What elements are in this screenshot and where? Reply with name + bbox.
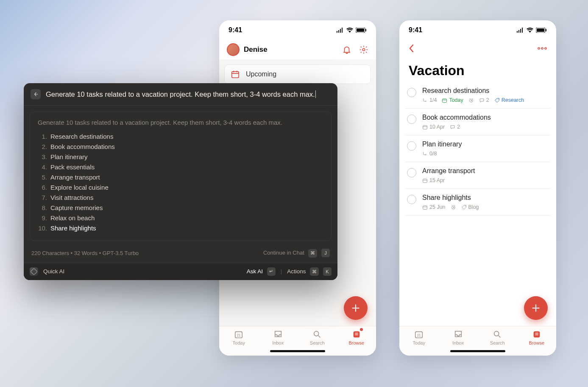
task-row[interactable]: Research destinations 1/4Today2Research	[405, 82, 550, 109]
svg-point-12	[538, 48, 540, 49]
tab-today[interactable]: 21 Today	[226, 330, 251, 345]
list-number: 9.	[38, 214, 47, 222]
svg-rect-19	[423, 179, 427, 182]
svg-rect-2	[365, 29, 366, 31]
wifi-icon	[346, 28, 353, 33]
text-cursor	[315, 90, 316, 98]
actions-button[interactable]: Actions ⌘ K	[287, 267, 332, 276]
list-number: 10.	[38, 224, 47, 232]
status-time: 9:41	[409, 26, 422, 34]
tab-search[interactable]: Search	[304, 330, 330, 345]
tab-today-label: Today	[233, 340, 245, 345]
today-icon: 21	[234, 330, 243, 339]
task-meta: 15 Apr	[422, 177, 549, 183]
palette-item[interactable]: 7.Visit attractions	[38, 192, 323, 202]
task-checkbox[interactable]	[407, 88, 416, 97]
upcoming-card[interactable]: Upcoming	[224, 64, 371, 84]
svg-rect-10	[537, 28, 544, 32]
task-row[interactable]: Plan itinerary 0/8	[405, 135, 550, 162]
list-text: Share highlights	[50, 224, 96, 232]
upcoming-label: Upcoming	[246, 70, 276, 78]
palette-item[interactable]: 3.Plan itinerary	[38, 151, 323, 162]
home-indicator	[450, 350, 505, 352]
calendar-mini-icon	[442, 98, 447, 103]
svg-rect-4	[232, 72, 239, 78]
cellular-icon	[516, 28, 524, 33]
palette-item[interactable]: 2.Book accommodations	[38, 141, 323, 151]
list-number: 6.	[38, 184, 47, 191]
palette-back-button[interactable]	[31, 89, 41, 99]
task-checkbox[interactable]	[407, 115, 416, 124]
ask-ai-button[interactable]: Ask AI ↵	[247, 267, 276, 276]
task-title: Arrange transport	[422, 167, 549, 175]
task-checkbox[interactable]	[407, 168, 416, 177]
list-number: 1.	[38, 133, 47, 140]
gear-icon[interactable]	[359, 45, 368, 54]
palette-item[interactable]: 1.Research destinations	[38, 131, 323, 141]
comment-icon	[479, 98, 485, 103]
palette-item[interactable]: 4.Pack essentials	[38, 162, 323, 172]
task-comments: 2	[479, 97, 489, 103]
task-comments: 2	[450, 124, 460, 130]
user-name: Denise	[244, 45, 268, 54]
palette-input-row: Generate 10 tasks related to a vacation …	[24, 83, 337, 106]
task-row[interactable]: Share highlights 25 JunBlog	[405, 189, 550, 216]
palette-item[interactable]: 8.Capture memories	[38, 202, 323, 213]
list-text: Capture memories	[50, 204, 103, 211]
tab-bar: 21 Today Inbox Search Browse	[399, 326, 556, 356]
fab-add[interactable]	[344, 296, 368, 320]
subtask-icon	[422, 151, 428, 157]
search-icon	[493, 330, 502, 339]
bell-icon[interactable]	[342, 45, 351, 54]
palette-footer: Quick AI Ask AI ↵ | Actions ⌘ K	[24, 263, 337, 280]
continue-label: Continue in Chat	[263, 250, 304, 256]
tab-browse[interactable]: Browse	[524, 330, 549, 345]
task-meta: 25 JunBlog	[422, 204, 549, 210]
svg-point-3	[362, 48, 365, 51]
palette-item[interactable]: 9.Relax on beach	[38, 213, 323, 223]
fab-add[interactable]	[524, 296, 548, 320]
calendar-mini-icon	[422, 178, 428, 183]
home-header: Denise	[219, 40, 376, 59]
palette-input[interactable]: Generate 10 tasks related to a vacation …	[46, 90, 331, 98]
palette-result-box: Generate 10 tasks related to a vacation …	[30, 112, 332, 241]
tab-inbox[interactable]: Inbox	[446, 330, 471, 345]
task-meta: 0/8	[422, 151, 549, 157]
palette-meta-row: 220 Characters • 32 Words • GPT-3.5 Turb…	[24, 244, 337, 263]
status-bar: 9:41	[399, 20, 556, 40]
cellular-icon	[336, 28, 344, 33]
actions-label: Actions	[287, 268, 306, 275]
palette-item[interactable]: 6.Explore local cuisine	[38, 182, 323, 192]
key-j: J	[321, 249, 330, 257]
task-row[interactable]: Book accommodations 10 Apr2	[405, 109, 550, 135]
status-signals	[336, 28, 367, 33]
tab-browse-label: Browse	[348, 340, 364, 345]
task-checkbox[interactable]	[407, 141, 416, 151]
inbox-icon	[454, 330, 463, 339]
list-number: 5.	[38, 174, 47, 181]
key-enter: ↵	[267, 267, 276, 276]
list-text: Relax on beach	[50, 214, 95, 222]
tab-today[interactable]: 21 Today	[406, 330, 432, 345]
continue-in-chat[interactable]: Continue in Chat ⌘ J	[263, 249, 330, 258]
palette-item[interactable]: 10.Share highlights	[38, 223, 323, 233]
wifi-icon	[527, 28, 533, 33]
task-row[interactable]: Arrange transport 15 Apr	[405, 162, 550, 189]
task-list: Research destinations 1/4Today2Research …	[399, 82, 556, 326]
list-text: Visit attractions	[50, 194, 93, 201]
battery-icon	[356, 28, 367, 33]
tab-inbox[interactable]: Inbox	[265, 330, 291, 345]
palette-item[interactable]: 5.Arrange transport	[38, 172, 323, 182]
back-icon[interactable]	[409, 44, 415, 53]
tab-search[interactable]: Search	[485, 330, 510, 345]
tag-icon	[461, 205, 467, 210]
svg-text:21: 21	[417, 334, 421, 337]
tab-browse[interactable]: Browse	[344, 330, 369, 345]
user-chip[interactable]: Denise	[227, 43, 268, 56]
status-signals	[516, 28, 547, 33]
tab-inbox-label: Inbox	[272, 340, 284, 345]
tab-bar: 21 Today Inbox Search Browse	[219, 326, 376, 356]
task-title: Research destinations	[422, 87, 549, 95]
more-icon[interactable]	[538, 47, 547, 50]
task-checkbox[interactable]	[407, 195, 416, 204]
